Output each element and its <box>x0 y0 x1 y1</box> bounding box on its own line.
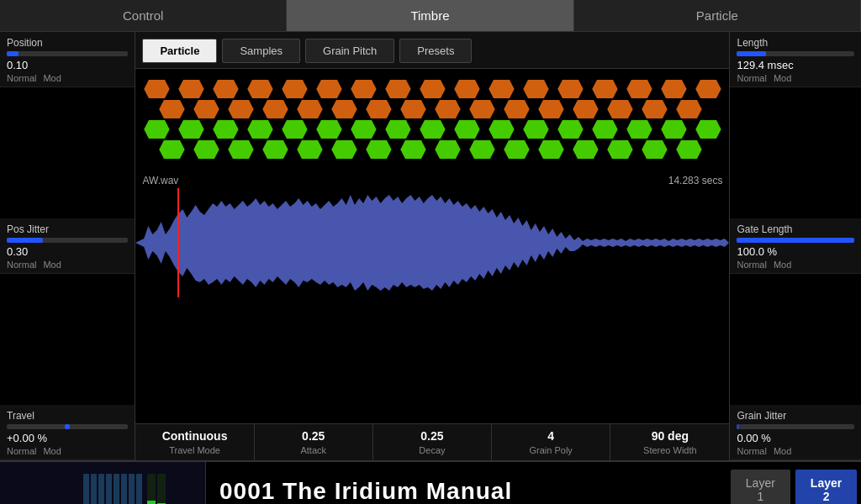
pos-jitter-param: Pos Jitter 0.30 Normal Mod <box>0 218 135 274</box>
waveform-canvas[interactable] <box>135 188 729 297</box>
main-level-fill <box>147 501 156 505</box>
length-param: Length 129.4 msec Normal Mod <box>730 32 861 87</box>
attack-param: 0.25 Attack <box>255 424 373 460</box>
grain-hex <box>623 120 655 139</box>
level-bar <box>129 474 135 504</box>
top-nav: Control Timbre Particle <box>0 0 861 32</box>
grain-hex <box>416 80 448 98</box>
gate-length-param: Gate Length 100.0 % Normal Mod <box>730 218 861 274</box>
travel-slider[interactable] <box>7 424 128 429</box>
subtab-particle[interactable]: Particle <box>142 39 217 63</box>
grain-hex <box>313 80 345 98</box>
travel-value: +0.00 % <box>7 432 128 444</box>
waveform-duration: 14.283 secs <box>668 175 723 186</box>
grain-hex <box>190 140 222 159</box>
transport-params: Continuous Travel Mode 0.25 Attack 0.25 … <box>135 423 729 460</box>
sub-tabs: Particle Samples Grain Pitch Presets <box>135 32 729 69</box>
right-panel: Length 129.4 msec Normal Mod Gate Length… <box>729 32 861 460</box>
travel-fill <box>65 424 70 429</box>
grain-hex <box>362 100 394 118</box>
level-bar <box>83 474 89 504</box>
grain-hex <box>485 80 517 98</box>
waveform-info: AW.wav 14.283 secs <box>135 173 729 188</box>
grain-hex <box>692 120 724 139</box>
grain-hex <box>397 100 429 118</box>
level-bar <box>91 474 97 504</box>
grain-hex <box>244 120 276 139</box>
grain-hex <box>175 80 207 98</box>
length-value: 129.4 msec <box>737 59 854 71</box>
waveform-svg <box>135 188 729 297</box>
grain-hex <box>589 120 621 139</box>
gate-length-value: 100.0 % <box>737 245 854 258</box>
grain-hex <box>293 140 325 159</box>
grain-hex <box>554 80 586 98</box>
length-slider[interactable] <box>737 51 854 56</box>
grain-hex <box>224 140 256 159</box>
pos-jitter-mods: Normal Mod <box>7 260 128 270</box>
tab-particle[interactable]: Particle <box>574 0 861 31</box>
stereo-width-param: 90 deg Stereo Width <box>610 424 729 460</box>
layer2-button[interactable]: Layer 2 <box>795 470 857 504</box>
grain-hex <box>313 120 345 139</box>
left-panel: Position 0.10 Normal Mod Pos Jitter 0.30… <box>0 32 135 460</box>
bottom-center: 0001 The Iridium Manual Internal 120.0 b… <box>206 462 726 504</box>
attack-label: Attack <box>261 445 366 455</box>
subtab-presets[interactable]: Presets <box>399 39 472 63</box>
decay-param: 0.25 Decay <box>373 424 492 460</box>
grain-hex <box>466 140 498 159</box>
gate-length-slider[interactable] <box>737 238 854 243</box>
gate-length-mods: Normal Mod <box>737 260 854 270</box>
grain-hex <box>244 80 276 98</box>
grain-hex <box>589 80 621 98</box>
bottom-right: Layer 1 Layer 2 Arp <box>726 462 861 504</box>
position-label: Position <box>7 37 128 49</box>
grain-hex <box>431 100 463 118</box>
travel-mods: Normal Mod <box>7 446 128 456</box>
length-fill <box>737 51 766 56</box>
stereo-width-value: 90 deg <box>617 429 722 443</box>
grain-hex <box>140 80 172 98</box>
level-bar <box>136 474 142 504</box>
grain-hex <box>328 140 360 159</box>
pos-jitter-label: Pos Jitter <box>7 223 128 235</box>
grain-hex <box>416 120 448 139</box>
grain-hex <box>569 100 601 118</box>
main-meter-r <box>157 474 166 504</box>
grain-hex <box>673 100 705 118</box>
grain-hex <box>451 80 483 98</box>
subtab-grain-pitch[interactable]: Grain Pitch <box>305 39 394 63</box>
grain-hex <box>278 120 310 139</box>
grain-hex <box>259 140 291 159</box>
grain-hex <box>692 80 724 98</box>
grain-hex <box>485 120 517 139</box>
grain-hex <box>224 100 256 118</box>
grain-hex <box>569 140 601 159</box>
waveform-area[interactable]: AW.wav 14.283 secs <box>135 170 729 423</box>
grain-visualization <box>135 69 729 170</box>
grain-jitter-param: Grain Jitter 0.00 % Normal Mod <box>730 405 861 460</box>
position-mods: Normal Mod <box>7 73 128 83</box>
grain-hex <box>623 80 655 98</box>
grain-hex <box>328 100 360 118</box>
layer1-button[interactable]: Layer 1 <box>731 470 790 504</box>
travel-mode-param: Continuous Travel Mode <box>135 424 254 460</box>
subtab-samples[interactable]: Samples <box>222 39 300 63</box>
grain-hex <box>278 80 310 98</box>
grain-row-green-1 <box>139 120 726 139</box>
attack-value: 0.25 <box>261 429 366 443</box>
grain-jitter-label: Grain Jitter <box>737 410 854 422</box>
level-bar <box>98 474 104 504</box>
level-bar <box>114 474 119 504</box>
grain-hex <box>209 120 241 139</box>
pos-jitter-slider[interactable] <box>7 238 128 243</box>
grain-hex <box>535 100 567 118</box>
position-param: Position 0.10 Normal Mod <box>0 32 135 87</box>
grain-hex <box>520 120 552 139</box>
tab-timbre[interactable]: Timbre <box>287 0 573 31</box>
position-slider[interactable] <box>7 51 128 56</box>
grain-jitter-slider[interactable] <box>737 424 854 429</box>
travel-mode-label: Travel Mode <box>142 445 246 455</box>
tab-control[interactable]: Control <box>0 0 287 31</box>
gate-length-fill <box>737 238 854 243</box>
